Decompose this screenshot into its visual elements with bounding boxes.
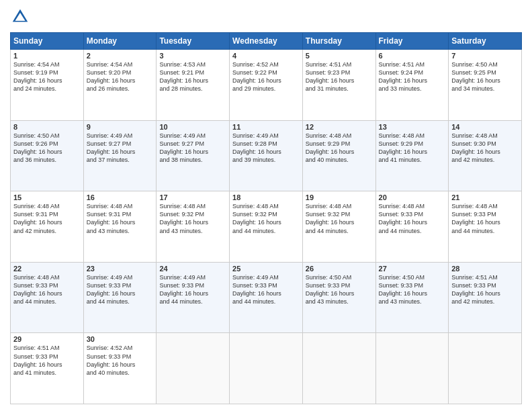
day-number: 18 [232,193,300,201]
day-cell: 29Sunrise: 4:51 AM Sunset: 9:33 PM Dayli… [11,333,84,404]
day-cell: 4Sunrise: 4:52 AM Sunset: 9:22 PM Daylig… [230,50,303,121]
day-number: 20 [379,193,446,201]
day-cell: 15Sunrise: 4:48 AM Sunset: 9:31 PM Dayli… [11,191,84,263]
day-number: 8 [13,123,81,131]
day-info: Sunrise: 4:48 AM Sunset: 9:32 PM Dayligh… [159,202,226,235]
day-number: 29 [13,335,81,343]
day-cell: 24Sunrise: 4:49 AM Sunset: 9:33 PM Dayli… [157,262,230,333]
day-cell: 19Sunrise: 4:48 AM Sunset: 9:32 PM Dayli… [302,191,375,263]
day-info: Sunrise: 4:50 AM Sunset: 9:26 PM Dayligh… [13,132,81,165]
day-info: Sunrise: 4:49 AM Sunset: 9:27 PM Dayligh… [87,132,154,165]
day-info: Sunrise: 4:53 AM Sunset: 9:21 PM Dayligh… [159,60,226,93]
day-number: 26 [306,265,373,273]
day-cell: 1Sunrise: 4:54 AM Sunset: 9:19 PM Daylig… [11,50,84,121]
day-info: Sunrise: 4:49 AM Sunset: 9:33 PM Dayligh… [87,273,154,306]
day-info: Sunrise: 4:51 AM Sunset: 9:33 PM Dayligh… [451,273,519,306]
day-cell: 17Sunrise: 4:48 AM Sunset: 9:32 PM Dayli… [157,191,230,263]
day-number: 11 [232,123,300,131]
day-number: 28 [451,265,519,273]
week-row-2: 8Sunrise: 4:50 AM Sunset: 9:26 PM Daylig… [11,120,522,191]
day-info: Sunrise: 4:54 AM Sunset: 9:20 PM Dayligh… [87,60,154,93]
day-number: 22 [13,265,81,273]
day-number: 25 [232,265,300,273]
day-number: 14 [451,123,519,131]
dow-wednesday: Wednesday [230,33,303,50]
day-cell: 12Sunrise: 4:48 AM Sunset: 9:29 PM Dayli… [302,120,375,191]
day-info: Sunrise: 4:48 AM Sunset: 9:33 PM Dayligh… [451,202,519,235]
day-info: Sunrise: 4:48 AM Sunset: 9:29 PM Dayligh… [306,132,373,165]
day-info: Sunrise: 4:51 AM Sunset: 9:33 PM Dayligh… [13,344,81,377]
day-number: 5 [306,52,373,60]
day-info: Sunrise: 4:49 AM Sunset: 9:28 PM Dayligh… [232,132,300,165]
day-number: 2 [87,52,154,60]
day-number: 7 [451,52,519,60]
day-cell: 3Sunrise: 4:53 AM Sunset: 9:21 PM Daylig… [157,50,230,121]
day-cell: 8Sunrise: 4:50 AM Sunset: 9:26 PM Daylig… [11,120,84,191]
day-cell: 2Sunrise: 4:54 AM Sunset: 9:20 PM Daylig… [83,50,157,121]
day-info: Sunrise: 4:48 AM Sunset: 9:31 PM Dayligh… [87,202,154,235]
day-number: 30 [87,335,154,343]
day-number: 27 [379,265,446,273]
day-info: Sunrise: 4:48 AM Sunset: 9:33 PM Dayligh… [13,273,81,306]
day-number: 21 [451,193,519,201]
day-number: 24 [159,265,226,273]
day-cell: 23Sunrise: 4:49 AM Sunset: 9:33 PM Dayli… [83,262,157,333]
day-info: Sunrise: 4:48 AM Sunset: 9:31 PM Dayligh… [13,202,81,235]
day-number: 15 [13,193,81,201]
week-row-4: 22Sunrise: 4:48 AM Sunset: 9:33 PM Dayli… [11,262,522,333]
week-row-3: 15Sunrise: 4:48 AM Sunset: 9:31 PM Dayli… [11,191,522,263]
day-cell: 18Sunrise: 4:48 AM Sunset: 9:32 PM Dayli… [230,191,303,263]
day-cell: 27Sunrise: 4:50 AM Sunset: 9:33 PM Dayli… [375,262,449,333]
days-of-week-row: SundayMondayTuesdayWednesdayThursdayFrid… [11,33,522,50]
day-info: Sunrise: 4:48 AM Sunset: 9:30 PM Dayligh… [451,132,519,165]
day-cell: 26Sunrise: 4:50 AM Sunset: 9:33 PM Dayli… [302,262,375,333]
day-number: 13 [379,123,446,131]
day-cell: 10Sunrise: 4:49 AM Sunset: 9:27 PM Dayli… [157,120,230,191]
header [10,7,522,27]
logo-icon [10,7,30,27]
day-info: Sunrise: 4:48 AM Sunset: 9:32 PM Dayligh… [306,202,373,235]
day-number: 16 [87,193,154,201]
week-row-1: 1Sunrise: 4:54 AM Sunset: 9:19 PM Daylig… [11,50,522,121]
day-cell: 13Sunrise: 4:48 AM Sunset: 9:29 PM Dayli… [375,120,449,191]
day-info: Sunrise: 4:49 AM Sunset: 9:33 PM Dayligh… [232,273,300,306]
logo [10,7,33,27]
day-cell: 22Sunrise: 4:48 AM Sunset: 9:33 PM Dayli… [11,262,84,333]
day-cell: 20Sunrise: 4:48 AM Sunset: 9:33 PM Dayli… [375,191,449,263]
day-info: Sunrise: 4:49 AM Sunset: 9:27 PM Dayligh… [159,132,226,165]
day-number: 6 [379,52,446,60]
day-cell [449,333,522,404]
day-number: 17 [159,193,226,201]
page: SundayMondayTuesdayWednesdayThursdayFrid… [0,0,532,411]
day-info: Sunrise: 4:52 AM Sunset: 9:33 PM Dayligh… [87,344,154,377]
day-cell: 28Sunrise: 4:51 AM Sunset: 9:33 PM Dayli… [449,262,522,333]
day-info: Sunrise: 4:49 AM Sunset: 9:33 PM Dayligh… [159,273,226,306]
day-number: 9 [87,123,154,131]
dow-thursday: Thursday [302,33,375,50]
day-cell: 16Sunrise: 4:48 AM Sunset: 9:31 PM Dayli… [83,191,157,263]
dow-saturday: Saturday [449,33,522,50]
day-info: Sunrise: 4:48 AM Sunset: 9:29 PM Dayligh… [379,132,446,165]
day-cell: 14Sunrise: 4:48 AM Sunset: 9:30 PM Dayli… [449,120,522,191]
day-number: 12 [306,123,373,131]
dow-friday: Friday [375,33,449,50]
day-number: 3 [159,52,226,60]
day-cell: 11Sunrise: 4:49 AM Sunset: 9:28 PM Dayli… [230,120,303,191]
day-cell: 30Sunrise: 4:52 AM Sunset: 9:33 PM Dayli… [83,333,157,404]
day-number: 23 [87,265,154,273]
day-info: Sunrise: 4:54 AM Sunset: 9:19 PM Dayligh… [13,60,81,93]
day-cell [302,333,375,404]
day-number: 4 [232,52,300,60]
day-info: Sunrise: 4:52 AM Sunset: 9:22 PM Dayligh… [232,60,300,93]
day-info: Sunrise: 4:48 AM Sunset: 9:33 PM Dayligh… [379,202,446,235]
day-cell [230,333,303,404]
day-info: Sunrise: 4:50 AM Sunset: 9:33 PM Dayligh… [306,273,373,306]
day-cell: 5Sunrise: 4:51 AM Sunset: 9:23 PM Daylig… [302,50,375,121]
day-info: Sunrise: 4:48 AM Sunset: 9:32 PM Dayligh… [232,202,300,235]
day-info: Sunrise: 4:51 AM Sunset: 9:24 PM Dayligh… [379,60,446,93]
day-cell: 7Sunrise: 4:50 AM Sunset: 9:25 PM Daylig… [449,50,522,121]
dow-monday: Monday [83,33,157,50]
day-number: 10 [159,123,226,131]
day-cell: 6Sunrise: 4:51 AM Sunset: 9:24 PM Daylig… [375,50,449,121]
day-cell [375,333,449,404]
